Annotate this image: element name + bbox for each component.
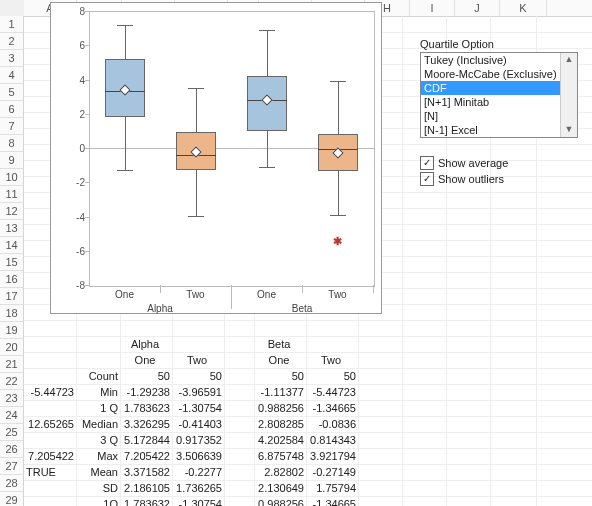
- grid-cell[interactable]: -0.41403: [172, 416, 224, 432]
- row-header[interactable]: 23: [0, 390, 24, 407]
- grid-cell[interactable]: 12.65265: [24, 416, 76, 432]
- row-header[interactable]: 3: [0, 50, 24, 67]
- row-header[interactable]: 24: [0, 407, 24, 424]
- scroll-down-icon[interactable]: ▼: [561, 123, 577, 137]
- grid-cell[interactable]: 1 Q: [76, 400, 120, 416]
- row-header[interactable]: 29: [0, 492, 24, 506]
- grid-cell[interactable]: 2.808285: [254, 416, 306, 432]
- quartile-option-item[interactable]: Tukey (Inclusive): [421, 53, 577, 67]
- grid-cell[interactable]: Max: [76, 448, 120, 464]
- grid-cell[interactable]: Count: [76, 368, 120, 384]
- grid-cell[interactable]: -1.11377: [254, 384, 306, 400]
- quartile-option-listbox[interactable]: Tukey (Inclusive)Moore-McCabe (Exclusive…: [420, 52, 578, 138]
- quartile-option-item[interactable]: [N+1] Minitab: [421, 95, 577, 109]
- row-header[interactable]: 2: [0, 33, 24, 50]
- quartile-option-item[interactable]: Moore-McCabe (Exclusive): [421, 67, 577, 81]
- quartile-option-item[interactable]: CDF: [421, 81, 577, 95]
- show-average-checkbox[interactable]: Show average: [420, 156, 578, 170]
- select-all-corner[interactable]: [0, 0, 25, 17]
- row-header[interactable]: 17: [0, 288, 24, 305]
- grid-cell[interactable]: 2.82802: [254, 464, 306, 480]
- row-header[interactable]: 25: [0, 424, 24, 441]
- row-header[interactable]: 22: [0, 373, 24, 390]
- grid-cell[interactable]: -5.44723: [24, 384, 76, 400]
- scroll-up-icon[interactable]: ▲: [561, 53, 577, 67]
- grid-cell[interactable]: 3.506639: [172, 448, 224, 464]
- column-header[interactable]: I: [410, 0, 455, 16]
- grid-cell[interactable]: Alpha: [120, 336, 172, 352]
- row-header[interactable]: 7: [0, 118, 24, 135]
- quartile-option-item[interactable]: [N]: [421, 109, 577, 123]
- grid-cell[interactable]: Two: [172, 352, 224, 368]
- row-header[interactable]: 13: [0, 220, 24, 237]
- grid-cell[interactable]: 1Q Tukey: [76, 496, 120, 506]
- grid-cell[interactable]: -1.29238: [120, 384, 172, 400]
- grid-cell[interactable]: Beta: [254, 336, 306, 352]
- grid-cell[interactable]: 2.186105: [120, 480, 172, 496]
- row-header[interactable]: 6: [0, 101, 24, 118]
- listbox-scrollbar[interactable]: ▲ ▼: [560, 53, 577, 137]
- grid-cell[interactable]: 0.917352: [172, 432, 224, 448]
- grid-cell[interactable]: -0.2277: [172, 464, 224, 480]
- grid-cell[interactable]: -1.30754: [172, 496, 224, 506]
- grid-cell[interactable]: 3.921794: [306, 448, 358, 464]
- row-header[interactable]: 10: [0, 169, 24, 186]
- grid-cell[interactable]: One: [120, 352, 172, 368]
- grid-cell[interactable]: 1.75794: [306, 480, 358, 496]
- row-header[interactable]: 27: [0, 458, 24, 475]
- show-outliers-checkbox[interactable]: Show outliers: [420, 172, 578, 186]
- grid-cell[interactable]: TRUE: [24, 464, 76, 480]
- grid-cell[interactable]: 50: [254, 368, 306, 384]
- grid-cell[interactable]: -1.30754: [172, 400, 224, 416]
- row-header[interactable]: 21: [0, 356, 24, 373]
- grid-cell[interactable]: 4.202584: [254, 432, 306, 448]
- row-header[interactable]: 19: [0, 322, 24, 339]
- row-header[interactable]: 14: [0, 237, 24, 254]
- grid-cell[interactable]: 2.130649: [254, 480, 306, 496]
- grid-cell[interactable]: -0.0836: [306, 416, 358, 432]
- grid-cell[interactable]: -3.96591: [172, 384, 224, 400]
- grid-cell[interactable]: 50: [120, 368, 172, 384]
- grid-cell[interactable]: 0.814343: [306, 432, 358, 448]
- grid-cell[interactable]: 3 Q: [76, 432, 120, 448]
- row-header[interactable]: 5: [0, 84, 24, 101]
- grid-cell[interactable]: Median: [76, 416, 120, 432]
- grid-cell[interactable]: Mean: [76, 464, 120, 480]
- row-header[interactable]: 11: [0, 186, 24, 203]
- row-header[interactable]: 16: [0, 271, 24, 288]
- row-header[interactable]: 9: [0, 152, 24, 169]
- grid-cell[interactable]: 0.988256: [254, 400, 306, 416]
- grid-cell[interactable]: 1.783623: [120, 400, 172, 416]
- row-header[interactable]: 18: [0, 305, 24, 322]
- grid-cell[interactable]: -1.34665: [306, 496, 358, 506]
- grid-cell[interactable]: -5.44723: [306, 384, 358, 400]
- grid-cell[interactable]: 3.326295: [120, 416, 172, 432]
- grid-cell[interactable]: 3.371582: [120, 464, 172, 480]
- row-header[interactable]: 28: [0, 475, 24, 492]
- grid-cell[interactable]: SD: [76, 480, 120, 496]
- grid-cell[interactable]: 50: [172, 368, 224, 384]
- grid-cell[interactable]: 7.205422: [24, 448, 76, 464]
- row-header[interactable]: 20: [0, 339, 24, 356]
- grid-cell[interactable]: -0.27149: [306, 464, 358, 480]
- grid-cell[interactable]: 1.783632: [120, 496, 172, 506]
- grid-cell[interactable]: Min: [76, 384, 120, 400]
- grid-cell[interactable]: 50: [306, 368, 358, 384]
- row-header[interactable]: 4: [0, 67, 24, 84]
- grid-cell[interactable]: 1.736265: [172, 480, 224, 496]
- grid-cell[interactable]: 5.172844: [120, 432, 172, 448]
- row-header[interactable]: 12: [0, 203, 24, 220]
- grid-cell[interactable]: 0.988256: [254, 496, 306, 506]
- grid-cell[interactable]: 7.205422: [120, 448, 172, 464]
- grid-cell[interactable]: One: [254, 352, 306, 368]
- row-header[interactable]: 15: [0, 254, 24, 271]
- grid-cell[interactable]: -1.34665: [306, 400, 358, 416]
- column-header[interactable]: K: [500, 0, 547, 16]
- row-header[interactable]: 1: [0, 16, 24, 33]
- row-header[interactable]: 26: [0, 441, 24, 458]
- column-header[interactable]: J: [455, 0, 500, 16]
- row-header[interactable]: 8: [0, 135, 24, 152]
- quartile-option-item[interactable]: [N-1] Excel: [421, 123, 577, 137]
- grid-cell[interactable]: Two: [306, 352, 358, 368]
- grid-cell[interactable]: 6.875748: [254, 448, 306, 464]
